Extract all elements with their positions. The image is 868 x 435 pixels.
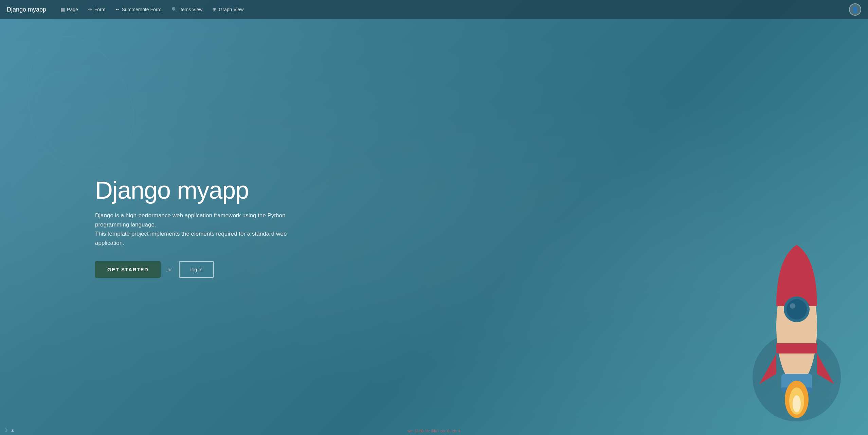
hero-section: Django myapp Django is a high-performanc… (0, 19, 868, 435)
graph-icon: ⊞ (213, 7, 217, 12)
form-icon: ✏ (88, 7, 92, 12)
get-started-button[interactable]: GET STARTED (95, 261, 161, 278)
hero-actions: GET STARTED or log in (95, 261, 214, 278)
hero-description: Django is a high-performance web applica… (95, 211, 299, 248)
user-avatar[interactable]: 👤 (849, 3, 861, 16)
navbar: Django myapp ▦ Page ✏ Form ✒ Summernote … (0, 0, 868, 19)
svg-point-2 (786, 299, 807, 320)
hero-title: Django myapp (95, 176, 249, 204)
nav-link-graph-label: Graph View (219, 7, 243, 12)
status-bar: wc: 12.80 / fr: 040 / col: 0 / ch: 4 (0, 427, 868, 435)
hero-desc-line1: Django is a high-performance web applica… (95, 212, 285, 228)
or-label: or (167, 267, 172, 272)
svg-rect-3 (776, 343, 817, 354)
nav-link-items-label: Items View (179, 7, 202, 12)
items-icon: 🔍 (171, 7, 177, 12)
nav-link-form[interactable]: ✏ Form (84, 5, 110, 14)
nav-brand[interactable]: Django myapp (7, 6, 46, 13)
svg-point-8 (793, 395, 801, 412)
rocket-illustration (739, 231, 848, 435)
nav-links: ▦ Page ✏ Form ✒ Summernote Form 🔍 Items … (56, 5, 849, 14)
hero-desc-line2: This template project implements the ele… (95, 231, 287, 246)
nav-link-summernote-label: Summernote Form (122, 7, 161, 12)
nav-link-summernote[interactable]: ✒ Summernote Form (111, 5, 165, 14)
page-icon: ▦ (60, 7, 65, 12)
nav-link-graph[interactable]: ⊞ Graph View (209, 5, 248, 14)
nav-link-page-label: Page (67, 7, 78, 12)
nav-link-form-label: Form (94, 7, 106, 12)
nav-link-page[interactable]: ▦ Page (56, 5, 82, 14)
login-button[interactable]: log in (179, 261, 214, 278)
rocket-svg (749, 238, 844, 428)
avatar-icon: 👤 (852, 6, 858, 13)
status-text: wc: 12.80 / fr: 040 / col: 0 / ch: 4 (408, 429, 460, 433)
nav-link-items[interactable]: 🔍 Items View (167, 5, 206, 14)
svg-point-9 (790, 303, 795, 309)
summernote-icon: ✒ (115, 7, 120, 12)
